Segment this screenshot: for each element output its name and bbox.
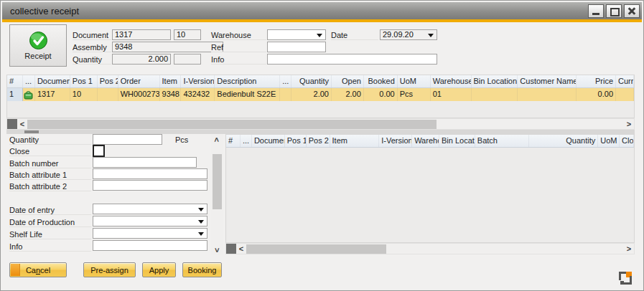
shelf-life-dropdown[interactable] [93, 228, 207, 239]
cell-warehouse[interactable]: 01 [431, 88, 472, 101]
quantity-pos-field[interactable] [174, 54, 201, 65]
scrollbar-thumb[interactable] [213, 154, 222, 209]
batch-attribute-2-label: Batch attribute 2 [9, 182, 91, 191]
cell-pos2[interactable] [98, 88, 118, 101]
booking-table-hscrollbar[interactable]: < > [225, 243, 635, 254]
column-header-bin-location[interactable]: Bin Location [472, 75, 518, 87]
column-header-num[interactable]: # [226, 135, 241, 147]
cell-booked[interactable]: 0.00 [364, 88, 398, 101]
detail-quantity-field[interactable] [93, 134, 162, 145]
column-header-customer-name[interactable]: Customer Name [518, 75, 577, 87]
close-checkbox[interactable] [93, 145, 105, 157]
cell-num[interactable]: 1 [7, 88, 23, 101]
date-dropdown[interactable]: 29.09.20 [380, 29, 437, 40]
batch-number-field[interactable] [93, 157, 197, 168]
cell-open[interactable]: 2.00 [332, 88, 364, 101]
cell-description[interactable]: Bedienbult S22E [215, 88, 280, 101]
column-header-bin-location[interactable]: Bin Location [439, 135, 475, 147]
document-pos-field[interactable]: 10 [174, 29, 201, 40]
cell-more[interactable] [280, 88, 291, 101]
default-button-accent [11, 264, 20, 276]
column-header-document[interactable]: Document [252, 135, 285, 147]
scroll-down-icon[interactable]: < [212, 245, 222, 255]
column-header-document[interactable]: Document [35, 75, 70, 87]
warehouse-dropdown[interactable] [267, 29, 326, 40]
cell-document[interactable]: 1317 [35, 88, 70, 101]
column-header-batch[interactable]: Batch [475, 135, 529, 147]
cell-iversion[interactable]: 432432 [181, 88, 215, 101]
column-header-more[interactable]: ... [280, 75, 291, 87]
cell-item[interactable]: 9348 [160, 88, 182, 101]
minimize-button[interactable] [588, 4, 604, 18]
column-header-open[interactable]: Open [332, 75, 364, 87]
batch-attribute-2-field[interactable] [93, 180, 207, 191]
column-header-pos1[interactable]: Pos 1 [285, 135, 307, 147]
cell-pos1[interactable]: 10 [70, 88, 98, 101]
title-bar[interactable]: collective receipt [2, 2, 642, 19]
detail-form-vscrollbar[interactable]: < < [211, 135, 223, 255]
column-header-price[interactable]: Price [577, 75, 616, 87]
receipt-button[interactable]: Receipt [9, 24, 67, 67]
apply-button[interactable]: Apply [142, 262, 176, 277]
chevron-down-icon[interactable] [198, 220, 204, 224]
date-of-entry-dropdown[interactable] [93, 204, 207, 214]
chevron-down-icon[interactable] [198, 208, 204, 211]
column-header-pos2[interactable]: Pos 2 [98, 75, 118, 87]
column-header-uom[interactable]: UoM [598, 135, 620, 147]
cell-customer-name[interactable] [518, 88, 577, 101]
column-header-pos2[interactable]: Pos 2 [307, 135, 330, 147]
column-header-warehouse[interactable]: Warehouse [431, 75, 472, 87]
column-header-curr[interactable]: Curr [616, 75, 634, 87]
cell-price[interactable]: 0.00 [577, 88, 616, 101]
column-header-pos1[interactable]: Pos 1 [70, 75, 98, 87]
column-header-icon[interactable]: ... [241, 135, 252, 147]
chevron-down-icon[interactable] [317, 34, 322, 37]
batch-attribute-1-field[interactable] [93, 168, 207, 179]
cell-curr[interactable] [616, 88, 634, 101]
booking-button[interactable]: Booking [182, 262, 222, 277]
info-field[interactable] [267, 54, 437, 65]
quantity-field[interactable]: 2.000 [112, 54, 171, 65]
scrollbar-thumb[interactable] [246, 244, 386, 254]
column-header-iversion[interactable]: I-Version [379, 135, 412, 147]
column-header-order[interactable]: Order [118, 75, 160, 87]
cancel-button[interactable]: Cancel [9, 262, 67, 277]
cell-uom[interactable]: Pcs [398, 88, 431, 101]
column-header-uom[interactable]: UoM [398, 75, 431, 87]
cell-icon[interactable] [23, 88, 35, 101]
column-header-num[interactable]: # [7, 75, 23, 87]
column-header-booked[interactable]: Booked [364, 75, 398, 87]
chevron-down-icon[interactable] [198, 232, 204, 236]
column-header-item[interactable]: Item [330, 135, 380, 147]
column-header-iversion[interactable]: I-Version [181, 75, 215, 87]
scroll-right-icon[interactable]: > [624, 119, 634, 129]
cell-quantity[interactable]: 2.00 [291, 88, 332, 101]
table-row[interactable]: 1 1317 10 WH000273 9348 432432 Bedienbul… [7, 88, 634, 101]
pre-assign-button[interactable]: Pre-assign [83, 262, 136, 277]
column-header-warehouse[interactable]: Wareho [412, 135, 439, 147]
assembly-field[interactable]: 9348 [112, 42, 223, 52]
scroll-up-icon[interactable]: < [212, 135, 222, 145]
chevron-down-icon[interactable] [428, 34, 434, 37]
cell-bin-location[interactable] [472, 88, 518, 101]
resize-grip-icon[interactable] [619, 272, 632, 285]
top-table-hscrollbar[interactable]: < > [6, 118, 635, 130]
cell-order[interactable]: WH000273 [118, 88, 160, 101]
document-field[interactable]: 1317 [112, 29, 171, 40]
scrollbar-thumb[interactable] [27, 120, 437, 129]
scroll-right-icon[interactable]: > [624, 244, 634, 254]
column-header-quantity[interactable]: Quantity [529, 135, 599, 147]
detail-info-field[interactable] [93, 240, 207, 251]
column-header-description[interactable]: Description [215, 75, 280, 87]
scroll-left-icon[interactable]: < [17, 119, 27, 129]
warehouse-label: Warehouse [211, 31, 266, 40]
column-header-quantity[interactable]: Quantity [291, 75, 332, 87]
column-header-item[interactable]: Item [160, 75, 182, 87]
column-header-icon[interactable]: ... [23, 75, 35, 87]
maximize-button[interactable] [606, 4, 622, 18]
close-button[interactable] [624, 4, 640, 18]
scroll-left-icon[interactable]: < [236, 244, 246, 254]
column-header-close[interactable]: Clo [620, 135, 634, 147]
ref-field[interactable] [267, 42, 326, 52]
date-of-production-dropdown[interactable] [93, 216, 207, 226]
